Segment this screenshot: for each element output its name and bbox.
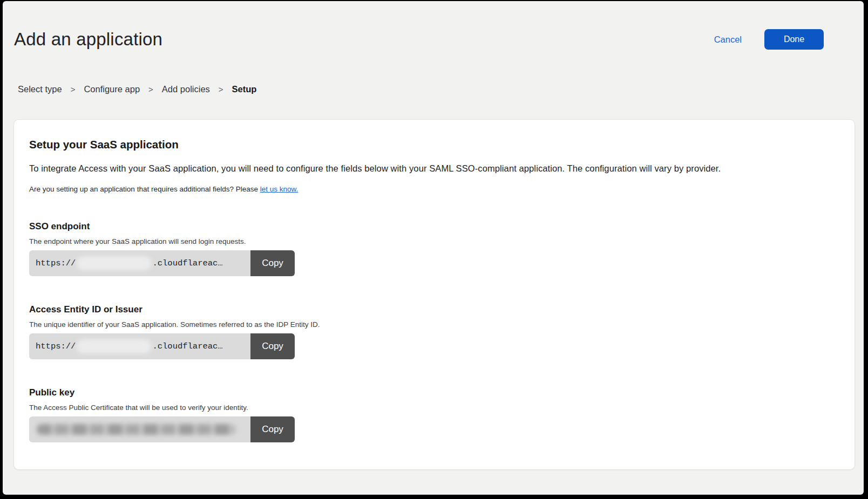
header-actions: Cancel Done: [714, 29, 824, 50]
redacted-text: [77, 256, 151, 270]
section-description: The Access Public Certificate that will …: [29, 404, 838, 412]
done-button[interactable]: Done: [764, 29, 824, 50]
redacted-text: [37, 424, 235, 435]
breadcrumb-step-setup: Setup: [232, 84, 257, 94]
url-suffix: .cloudflareac…: [152, 341, 222, 351]
card-heading: Setup your SaaS application: [29, 138, 838, 151]
public-key-value: [29, 416, 250, 442]
setup-card: Setup your SaaS application To integrate…: [13, 119, 855, 470]
app-window: Add an application Cancel Done Select ty…: [3, 1, 864, 495]
sso-endpoint-copy-row: https://.cloudflareac… Copy: [29, 250, 295, 276]
breadcrumb-separator: >: [71, 85, 76, 94]
copy-button-public-key[interactable]: Copy: [250, 416, 295, 442]
entity-id-copy-row: https://.cloudflareac… Copy: [29, 333, 295, 359]
sso-endpoint-value: https://.cloudflareac…: [29, 250, 250, 276]
public-key-copy-row: Copy: [29, 416, 295, 442]
card-intro-text: To integrate Access with your SaaS appli…: [29, 163, 838, 174]
card-note: Are you setting up an application that r…: [29, 185, 838, 193]
url-prefix: https://: [36, 258, 76, 268]
breadcrumb-separator: >: [148, 85, 153, 94]
let-us-know-link[interactable]: let us know.: [260, 185, 299, 193]
page-header: Add an application Cancel Done: [14, 29, 824, 50]
entity-id-value: https://.cloudflareac…: [29, 333, 250, 359]
copy-button-sso-endpoint[interactable]: Copy: [250, 250, 295, 276]
section-description: The endpoint where your SaaS application…: [29, 237, 838, 245]
copy-button-entity-id[interactable]: Copy: [250, 333, 295, 359]
cancel-button[interactable]: Cancel: [714, 35, 742, 45]
section-heading-public-key: Public key: [29, 387, 838, 398]
public-key-section: Public key The Access Public Certificate…: [29, 387, 838, 442]
sso-endpoint-section: SSO endpoint The endpoint where your Saa…: [29, 221, 838, 276]
card-note-text: Are you setting up an application that r…: [29, 185, 260, 193]
breadcrumb-separator: >: [219, 85, 223, 94]
breadcrumb-step-configure-app[interactable]: Configure app: [84, 84, 140, 94]
breadcrumb-step-add-policies[interactable]: Add policies: [162, 84, 210, 94]
section-heading-entity-id: Access Entity ID or Issuer: [29, 304, 838, 315]
section-heading-sso-endpoint: SSO endpoint: [29, 221, 838, 232]
url-suffix: .cloudflareac…: [152, 258, 222, 268]
breadcrumb: Select type > Configure app > Add polici…: [18, 84, 864, 94]
section-description: The unique identifier of your SaaS appli…: [29, 320, 838, 329]
entity-id-section: Access Entity ID or Issuer The unique id…: [29, 304, 838, 359]
page-title: Add an application: [14, 29, 162, 50]
breadcrumb-step-select-type[interactable]: Select type: [18, 84, 62, 94]
redacted-text: [77, 339, 151, 353]
url-prefix: https://: [36, 341, 76, 351]
